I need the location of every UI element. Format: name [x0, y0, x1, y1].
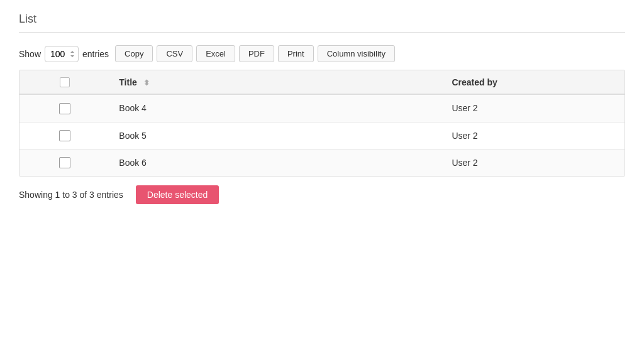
- csv-button[interactable]: CSV: [157, 45, 192, 62]
- entries-label: entries: [82, 49, 109, 59]
- copy-button[interactable]: Copy: [115, 45, 153, 62]
- table-row: Book 5User 2: [19, 122, 625, 149]
- excel-button[interactable]: Excel: [196, 45, 235, 62]
- show-label: Show: [19, 49, 41, 59]
- row-checkbox[interactable]: [59, 130, 70, 141]
- row-checkbox[interactable]: [59, 157, 70, 168]
- select-all-checkbox[interactable]: [60, 77, 70, 87]
- showing-text: Showing 1 to 3 of 3 entries: [19, 190, 123, 200]
- row-checkbox-cell: [19, 122, 110, 149]
- row-title: Book 4: [110, 94, 443, 122]
- delete-selected-button[interactable]: Delete selected: [136, 185, 219, 204]
- header-created-by-label: Created by: [452, 77, 497, 87]
- sort-icon: ⬍: [143, 79, 150, 87]
- header-title[interactable]: Title ⬍: [110, 70, 443, 94]
- row-title: Book 6: [110, 149, 443, 176]
- table-header-row: Title ⬍ Created by: [19, 70, 625, 94]
- pdf-button[interactable]: PDF: [239, 45, 274, 62]
- print-button[interactable]: Print: [278, 45, 314, 62]
- data-table: Title ⬍ Created by Book 4User 2Book 5Use…: [19, 70, 625, 177]
- row-checkbox-cell: [19, 149, 110, 176]
- row-created-by: User 2: [443, 149, 625, 176]
- page-title: List: [19, 13, 625, 33]
- toolbar: Show 100 10 25 50 entries Copy CSV Excel…: [19, 45, 625, 62]
- column-visibility-button[interactable]: Column visibility: [318, 45, 395, 62]
- header-checkbox-cell: [19, 70, 110, 94]
- table-row: Book 4User 2: [19, 94, 625, 122]
- row-checkbox[interactable]: [59, 103, 70, 114]
- table-row: Book 6User 2: [19, 149, 625, 176]
- row-created-by: User 2: [443, 122, 625, 149]
- row-title: Book 5: [110, 122, 443, 149]
- row-checkbox-cell: [19, 94, 110, 122]
- header-created-by: Created by: [443, 70, 625, 94]
- entries-select[interactable]: 100 10 25 50: [45, 46, 79, 62]
- footer-bar: Showing 1 to 3 of 3 entries Delete selec…: [19, 185, 625, 204]
- row-created-by: User 2: [443, 94, 625, 122]
- header-title-label: Title: [119, 77, 137, 87]
